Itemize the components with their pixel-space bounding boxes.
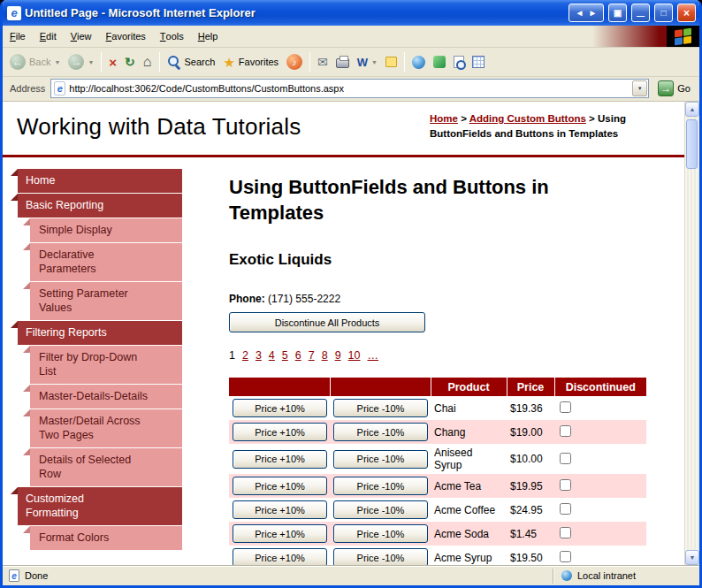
scroll-down-button[interactable]: ▼ xyxy=(685,550,699,565)
title-arrows-button[interactable]: ◄ ► xyxy=(568,4,604,22)
price-increase-button[interactable]: Price +10% xyxy=(233,524,327,543)
stop-button[interactable]: × xyxy=(105,53,120,72)
price-decrease-button[interactable]: Price -10% xyxy=(333,548,428,565)
discontinued-checkbox[interactable] xyxy=(560,479,571,491)
discontinued-checkbox[interactable] xyxy=(560,503,571,515)
sidebar-item-declarative-parameters[interactable]: Declarative Parameters xyxy=(30,243,182,281)
price-increase-button[interactable]: Price +10% xyxy=(233,399,327,417)
price-decrease-button[interactable]: Price -10% xyxy=(333,450,428,469)
status-message: Done xyxy=(25,570,48,581)
page-link-2[interactable]: 2 xyxy=(242,349,248,362)
scrollbar-thumb[interactable] xyxy=(686,119,698,169)
discontinued-checkbox[interactable] xyxy=(560,527,571,538)
price-decrease-button[interactable]: Price -10% xyxy=(333,524,428,543)
page-link-6[interactable]: 6 xyxy=(295,349,301,362)
forward-button[interactable]: → ▼ xyxy=(65,51,97,73)
discontinued-checkbox[interactable] xyxy=(560,425,571,437)
price-decrease-button[interactable]: Price -10% xyxy=(333,477,428,495)
content-area: Working with Data Tutorials Home > Addin… xyxy=(3,102,699,565)
media-button[interactable]: ♪ xyxy=(283,51,306,73)
discontinued-checkbox[interactable] xyxy=(560,401,571,413)
menu-help[interactable]: Help xyxy=(191,26,225,47)
toolbar: ← Back ▼ → ▼ × ↻ ⌂ Search ★ Favorites ♪ xyxy=(3,48,699,77)
price-increase-button[interactable]: Price +10% xyxy=(233,548,327,565)
chevron-down-icon: ▼ xyxy=(637,86,643,91)
price-decrease-button[interactable]: Price -10% xyxy=(333,423,428,441)
sidebar-item-format-colors[interactable]: Format Colors xyxy=(30,526,182,550)
sidebar-item-basic-reporting[interactable]: Basic Reporting xyxy=(18,194,182,218)
decrease-cell: Price -10% xyxy=(330,420,431,444)
discuss-button[interactable] xyxy=(382,54,401,70)
menu-tools[interactable]: Tools xyxy=(153,26,191,47)
grid-body: Price +10%Price -10%Chai$19.36Price +10%… xyxy=(229,396,646,565)
title-window-button[interactable]: ▣ xyxy=(608,4,627,22)
minimize-button[interactable]: — xyxy=(631,4,650,22)
go-button[interactable]: → Go xyxy=(654,80,694,97)
sidebar-item-master-detail-across-two-pages[interactable]: Master/Detail Across Two Pages xyxy=(30,409,182,447)
maximize-button[interactable]: □ xyxy=(654,4,673,22)
search-button[interactable]: Search xyxy=(164,52,219,72)
phone-value: (171) 555-2222 xyxy=(268,293,340,305)
increase-cell: Price +10% xyxy=(229,474,330,498)
discontinued-checkbox[interactable] xyxy=(560,551,571,562)
price-decrease-button[interactable]: Price -10% xyxy=(333,500,428,519)
scrollbar-track[interactable] xyxy=(685,117,699,550)
back-button[interactable]: ← Back ▼ xyxy=(6,51,64,73)
msn-button[interactable] xyxy=(430,53,449,71)
page-link-9[interactable]: 9 xyxy=(335,349,341,362)
price-increase-button[interactable]: Price +10% xyxy=(233,450,327,469)
sidebar-item-filter-by-drop-down-list[interactable]: Filter by Drop-Down List xyxy=(30,346,182,384)
close-icon: × xyxy=(683,7,690,19)
price-increase-button[interactable]: Price +10% xyxy=(233,500,327,519)
price-decrease-button[interactable]: Price -10% xyxy=(333,399,428,417)
messenger-icon xyxy=(433,56,446,68)
page-header: Working with Data Tutorials Home > Addin… xyxy=(3,102,684,157)
stop-icon: × xyxy=(109,56,117,69)
breadcrumb: Home > Adding Custom Buttons > Using But… xyxy=(430,111,674,141)
page-link-3[interactable]: 3 xyxy=(256,349,262,362)
edit-button[interactable]: W ▼ xyxy=(354,54,381,71)
status-pane: e Done xyxy=(6,569,549,582)
sidebar-item-simple-display[interactable]: Simple Display xyxy=(30,218,182,242)
page-link-10[interactable]: 10 xyxy=(348,349,361,362)
sidebar-item-home[interactable]: Home xyxy=(18,169,182,193)
menu-favorites[interactable]: Favorites xyxy=(99,26,153,47)
close-button[interactable]: × xyxy=(677,4,696,22)
menu-file[interactable]: File xyxy=(3,26,33,47)
menu-edit[interactable]: Edit xyxy=(33,26,64,47)
page-link-8[interactable]: 8 xyxy=(322,349,328,362)
refresh-button[interactable]: ↻ xyxy=(121,53,139,71)
messenger-button[interactable] xyxy=(408,53,429,72)
discontinue-all-button[interactable]: Discontinue All Products xyxy=(229,312,425,332)
print-button[interactable] xyxy=(332,53,353,71)
scroll-up-button[interactable]: ▲ xyxy=(685,102,699,117)
home-button[interactable]: ⌂ xyxy=(140,52,156,72)
mail-button[interactable]: ✉ xyxy=(314,53,332,71)
breadcrumb-link-home[interactable]: Home xyxy=(430,113,458,124)
decrease-cell: Price -10% xyxy=(330,444,431,474)
sidebar-item-customized-formatting[interactable]: Customized Formatting xyxy=(18,487,182,525)
page-link-ellipsis[interactable]: … xyxy=(367,349,378,362)
price-increase-button[interactable]: Price +10% xyxy=(233,423,327,441)
price-increase-button[interactable]: Price +10% xyxy=(233,477,327,495)
favorites-button[interactable]: ★ Favorites xyxy=(219,53,282,72)
page-link-5[interactable]: 5 xyxy=(282,349,288,362)
grid-tool-button[interactable] xyxy=(469,53,488,71)
menu-view[interactable]: View xyxy=(64,26,99,47)
vertical-scrollbar[interactable]: ▲ ▼ xyxy=(684,102,699,565)
edit-dropdown-icon: ▼ xyxy=(371,59,378,65)
sidebar-item-details-of-selected-row[interactable]: Details of Selected Row xyxy=(30,448,182,486)
breadcrumb-link-adding-custom-buttons[interactable]: Adding Custom Buttons xyxy=(469,113,586,124)
research-button[interactable] xyxy=(450,53,468,71)
discontinued-checkbox[interactable] xyxy=(560,453,571,464)
toolbar-separator xyxy=(159,52,160,72)
page-link-4[interactable]: 4 xyxy=(269,349,275,362)
sidebar-item-master-details-details[interactable]: Master-Details-Details xyxy=(30,385,182,409)
page-link-7[interactable]: 7 xyxy=(309,349,315,362)
browser-window: e Untitled Page - Microsoft Internet Exp… xyxy=(0,0,702,588)
sidebar-item-setting-parameter-values[interactable]: Setting Parameter Values xyxy=(30,282,182,320)
address-dropdown-button[interactable]: ▼ xyxy=(632,80,647,96)
address-input[interactable]: e http://localhost:3062/Code/CustomButto… xyxy=(50,79,649,98)
back-icon: ← xyxy=(10,54,26,70)
sidebar-item-filtering-reports[interactable]: Filtering Reports xyxy=(18,321,182,345)
